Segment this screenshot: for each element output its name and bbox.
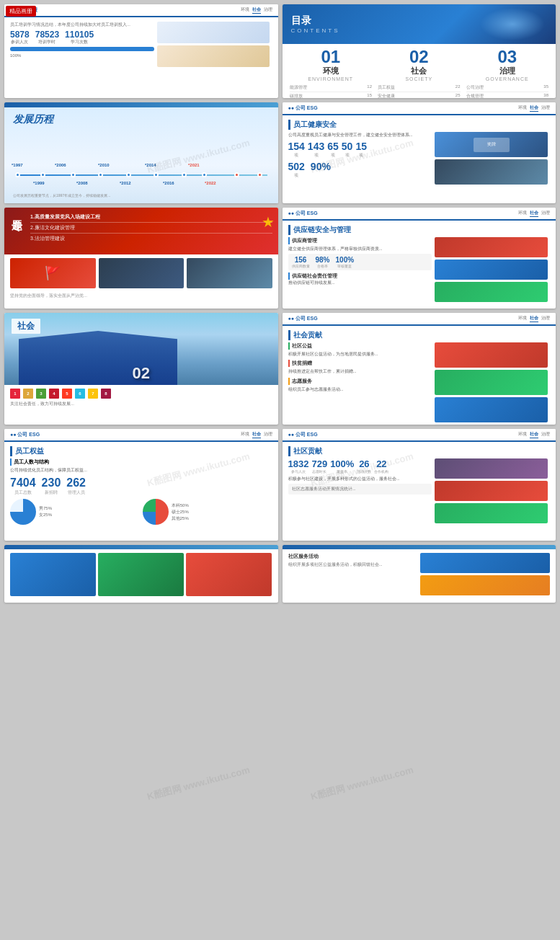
award-badge: 奖牌 — [474, 138, 510, 152]
community-nav-2[interactable]: 社会 — [530, 431, 538, 438]
contents-title-en: CONTENTS — [291, 27, 340, 34]
health-nav-1[interactable]: 环境 — [518, 105, 527, 112]
dot-2006 — [71, 172, 76, 177]
society-title: 社会 — [12, 319, 40, 334]
toc-line-7: 公司治理35 — [466, 84, 549, 92]
community-nav-1[interactable]: 环境 — [518, 431, 527, 438]
unit-143: 项 — [308, 152, 324, 159]
supply-nav: 环境 社会 治理 — [518, 210, 550, 217]
supply-nav-1[interactable]: 环境 — [518, 210, 527, 217]
dot-2021 — [234, 172, 239, 177]
year-2006: *2006 — [55, 163, 66, 167]
social-contrib-title: 社会贡献 — [288, 330, 551, 340]
dot-2010 — [126, 172, 131, 177]
comm-num-5: 22 — [374, 458, 388, 469]
comm-label-4: 活动次数 — [357, 469, 371, 474]
report-header: ●● 公司年报 环境 社会 治理 — [4, 4, 278, 17]
party-item-2: 2.廉洁文化建设管理 — [30, 223, 272, 234]
social-nav-1[interactable]: 环境 — [518, 315, 527, 322]
unit-65: 项 — [327, 152, 339, 159]
timeline-line — [15, 174, 267, 176]
card-bottom-left-partial — [4, 545, 278, 603]
supply-nav-3[interactable]: 治理 — [541, 210, 550, 217]
stat-learning: 110105 学习次数 — [65, 30, 94, 45]
social-two-col: 社区公益 积极开展社区公益活动，为当地居民提供服务... 扶贫捐赠 持续推进定点… — [288, 342, 551, 422]
stat-hours: 78523 培训学时 — [35, 30, 59, 45]
supply-sub-1: 供应商管理 — [288, 237, 432, 244]
stat-label-3: 学习次数 — [65, 39, 94, 45]
sdg-8: 8 — [101, 389, 111, 399]
supply-desc-1: 建立健全供应商管理体系，严格审核供应商资质... — [288, 246, 432, 252]
party-item-3: 3.法治管理建设 — [30, 234, 272, 244]
card-supply-chain: ●● 公司 ESG 环境 社会 治理 供应链安全与管理 供应商管理 建立健全供应… — [283, 208, 556, 309]
community-right — [435, 458, 547, 523]
stat-label-1: 参训人次 — [10, 39, 30, 45]
emp-sub: 员工人数与结构 — [10, 458, 272, 466]
pie-legend-2: 本科50%硕士25%其他25% — [172, 502, 189, 522]
sdg-1: 1 — [10, 389, 20, 399]
report-body: 员工培训学习情况总结，本年度公司持续加大对员工培训投入... 5878 参训人次… — [4, 17, 278, 71]
emp-nav-3[interactable]: 治理 — [264, 431, 272, 438]
emp-new: 230 — [42, 476, 61, 489]
community-left: 1832 参与人次 729 志愿时长 100% 覆盖率 26 — [288, 458, 432, 523]
dot-2022 — [257, 172, 262, 177]
stat-90: 90% — [311, 161, 331, 179]
emp-chart-1: 男75%女25% — [10, 499, 140, 525]
society-cover-bottom: 1 2 3 4 5 6 7 8 关注社会责任，致力可持续发展... — [4, 385, 278, 411]
party-flag-icon: 🚩 — [45, 265, 61, 281]
comm-num-2: 729 — [311, 458, 327, 469]
sdg-4: 4 — [49, 389, 59, 399]
toc-line-1: 能源管理12 — [290, 84, 373, 92]
emp-benefits-logo: ●● 公司 ESG — [10, 431, 40, 438]
supply-left: 供应商管理 建立健全供应商管理体系，严格审核供应商资质... 156 供应商数量… — [288, 237, 432, 302]
sdg-7: 7 — [88, 389, 98, 399]
stat-65: 65 项 — [327, 141, 339, 159]
health-nav-2[interactable]: 社会 — [530, 105, 538, 112]
emp-nav-1[interactable]: 环境 — [241, 431, 249, 438]
community-logo: ●● 公司 ESG — [288, 431, 318, 438]
health-nav-3[interactable]: 治理 — [541, 105, 550, 112]
comm-num-3: 100% — [330, 458, 354, 469]
comm-img-1 — [435, 458, 547, 479]
sdg-2: 2 — [23, 389, 33, 399]
timeline-header-bar — [4, 102, 278, 107]
supply-stats: 156 供应商数量 98% 合格率 100% 审核覆盖 — [292, 256, 429, 268]
dot-2014 — [182, 172, 187, 177]
community-body: 社区贡献 1832 参与人次 729 志愿时长 100% — [283, 442, 556, 528]
emp-stat-new: 230 新招聘 — [42, 476, 61, 496]
social-nav-3[interactable]: 治理 — [541, 315, 550, 322]
num-50: 50 — [342, 141, 353, 152]
supply-nav-2[interactable]: 社会 — [530, 210, 538, 217]
comm-label-3: 覆盖率 — [330, 469, 354, 474]
stat-num-2: 78523 — [35, 30, 59, 39]
nav-item-3[interactable]: 治理 — [264, 6, 272, 14]
toc-en-03: GOVERNANCE — [466, 76, 549, 81]
stat-participation: 5878 参训人次 — [10, 30, 30, 45]
watermark-text-5: K酷图网 www.ikutu.com — [146, 763, 252, 803]
social-img-3 — [435, 397, 547, 422]
progress-fill-1 — [10, 47, 154, 51]
card-employee-overview: ●● 公司年报 环境 社会 治理 员工培训学习情况总结，本年度公司持续加大对员工… — [4, 4, 278, 98]
community-nav-3[interactable]: 治理 — [541, 431, 550, 438]
party-img-1: 🚩 — [10, 258, 96, 288]
supply-body: 供应链安全与管理 供应商管理 建立健全供应商管理体系，严格审核供应商资质... … — [283, 221, 556, 306]
nav-item-2[interactable]: 社会 — [252, 6, 261, 14]
num-154: 154 — [288, 141, 305, 152]
dot-2012 — [154, 172, 159, 177]
timeline-body: 发展历程 *1997 *1999 *2006 *2008 *2010 *2 — [4, 107, 278, 203]
health-img-1: 奖牌 — [435, 132, 547, 157]
right-imgs — [157, 22, 270, 67]
toc-num-02: 02 — [378, 48, 461, 66]
emp-nav-2[interactable]: 社会 — [252, 431, 261, 438]
num-65: 65 — [327, 141, 339, 152]
sdg-6: 6 — [75, 389, 85, 399]
health-bottom-stats: 502 项 90% — [288, 161, 432, 179]
toc-label-01: 环境 — [290, 66, 373, 76]
social-nav-2[interactable]: 社会 — [530, 315, 538, 322]
bottom-img-1 — [10, 553, 96, 596]
nav-item-1[interactable]: 环境 — [241, 6, 249, 14]
emp-total-label: 员工总数 — [10, 489, 36, 496]
unit-502: 项 — [288, 172, 305, 179]
bottom-sub-title: 社区服务活动 — [288, 553, 418, 560]
premium-badge: 精品画册 — [6, 6, 36, 17]
